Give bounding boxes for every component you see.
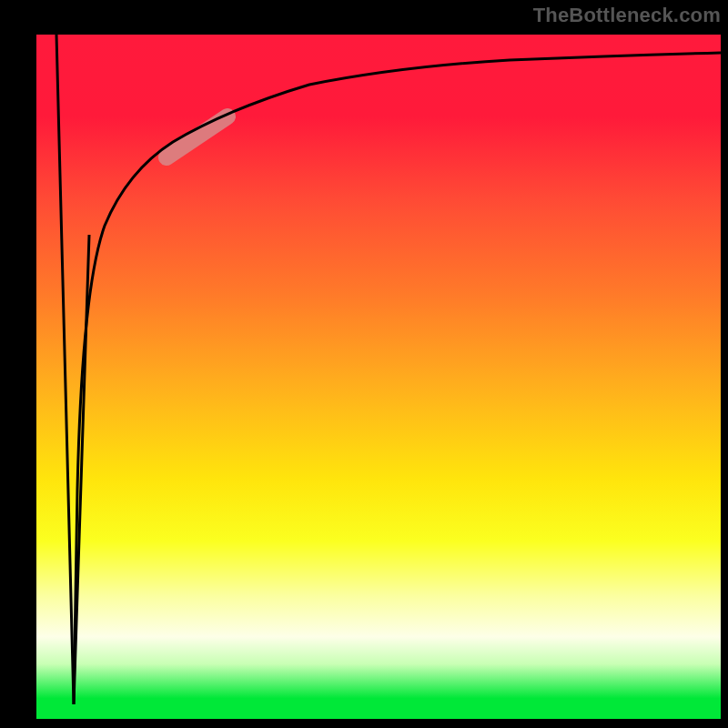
watermark-text: TheBottleneck.com [533,4,721,27]
chart-stage: TheBottleneck.com [0,0,728,728]
curve-layer [36,35,721,719]
spike-line [56,35,89,704]
plot-area [36,35,721,719]
highlight-segment [167,116,228,157]
